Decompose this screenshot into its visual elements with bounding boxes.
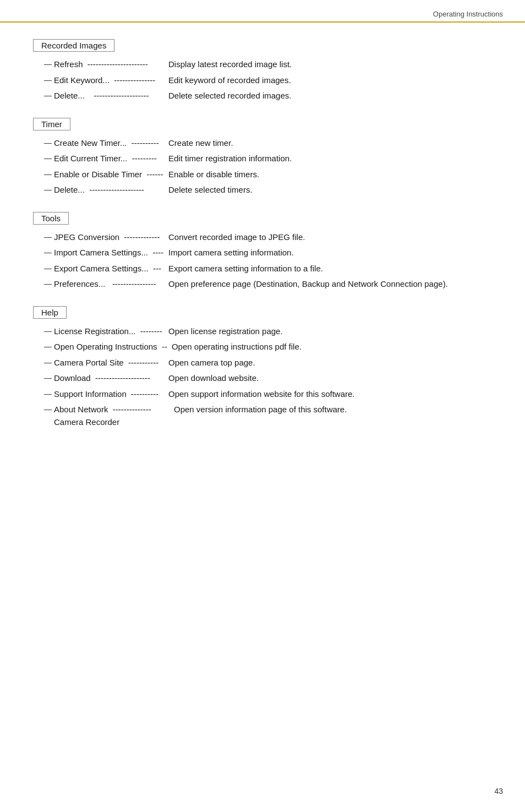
menu-name-preferences: Preferences... ---------------- <box>54 278 164 291</box>
menu-name-create-timer: Create New Timer... ---------- <box>54 137 164 150</box>
menu-item-import: — Import Camera Settings... ---- Import … <box>44 247 492 259</box>
menu-item-enable-timer: — Enable or Disable Timer ------ Enable … <box>44 168 492 181</box>
tree-icon-delete-images: — <box>44 90 52 101</box>
menu-name-edit-keyword: Edit Keyword... --------------- <box>54 74 164 87</box>
section-recorded-images: Recorded Images — Refresh --------------… <box>33 39 492 102</box>
menu-desc-edit-keyword: Edit keyword of recorded images. <box>164 74 492 87</box>
menu-name-download: Download -------------------- <box>54 372 164 385</box>
menu-name-jpeg: JPEG Conversion ------------- <box>54 231 164 244</box>
menu-name-refresh: Refresh ---------------------- <box>54 58 164 71</box>
tree-icon-edit-keyword: — <box>44 75 52 86</box>
header-title: Operating Instructions <box>433 10 503 18</box>
tree-icon-import: — <box>44 247 52 258</box>
tree-icon-edit-timer: — <box>44 153 52 164</box>
menu-name-camera-portal: Camera Portal Site ----------- <box>54 357 164 369</box>
menu-name-about-line2: Camera Recorder <box>54 416 169 429</box>
menu-item-about: — About Network -------------- Camera Re… <box>44 404 492 428</box>
section-title-timer: Timer <box>33 118 70 130</box>
tree-icon-preferences: — <box>44 279 52 290</box>
menu-desc-create-timer: Create new timer. <box>164 137 492 150</box>
menu-item-download: — Download -------------------- Open dow… <box>44 372 492 385</box>
tree-icon-open-instructions: — <box>44 341 52 352</box>
tree-icon-camera-portal: — <box>44 357 52 368</box>
tree-icon-export: — <box>44 263 52 274</box>
menu-desc-preferences: Open preference page (Destination, Backu… <box>164 278 492 291</box>
menu-name-edit-timer: Edit Current Timer... --------- <box>54 152 164 165</box>
menu-item-delete-timer: — Delete... -------------------- Delete … <box>44 184 492 197</box>
menu-item-support: — Support Information ---------- Open su… <box>44 388 492 401</box>
section-tools: Tools — JPEG Conversion ------------- Co… <box>33 212 492 291</box>
menu-items-timer: — Create New Timer... ---------- Create … <box>44 137 492 197</box>
menu-name-export: Export Camera Settings... --- <box>54 263 164 275</box>
menu-desc-open-instructions: Open operating instructions pdf file. <box>167 341 492 353</box>
tree-icon-jpeg: — <box>44 232 52 243</box>
menu-name-about-line1: About Network -------------- <box>54 404 169 416</box>
section-timer: Timer — Create New Timer... ---------- C… <box>33 118 492 197</box>
menu-desc-export: Export camera setting information to a f… <box>164 263 492 275</box>
page-header: Operating Instructions <box>0 0 525 23</box>
menu-name-import: Import Camera Settings... ---- <box>54 247 164 259</box>
menu-item-create-timer: — Create New Timer... ---------- Create … <box>44 137 492 150</box>
section-title-tools: Tools <box>33 212 69 225</box>
menu-desc-delete-timer: Delete selected timers. <box>164 184 492 197</box>
menu-desc-license: Open license registration page. <box>164 325 492 338</box>
section-help: Help — License Registration... -------- … <box>33 306 492 429</box>
menu-desc-edit-timer: Edit timer registration information. <box>164 152 492 165</box>
tree-icon-refresh: — <box>44 59 52 70</box>
tree-icon-support: — <box>44 389 52 400</box>
tree-icon-download: — <box>44 373 52 384</box>
menu-name-enable-timer: Enable or Disable Timer ------ <box>54 168 164 181</box>
tree-icon-license: — <box>44 326 52 337</box>
page-number: 43 <box>494 787 503 795</box>
menu-name-license: License Registration... -------- <box>54 325 164 338</box>
menu-desc-refresh: Display latest recorded image list. <box>164 58 492 71</box>
menu-desc-download: Open download website. <box>164 372 492 385</box>
menu-item-refresh: — Refresh ---------------------- Display… <box>44 58 492 71</box>
section-title-recorded-images: Recorded Images <box>33 39 114 52</box>
tree-icon-delete-timer: — <box>44 184 52 195</box>
menu-item-camera-portal: — Camera Portal Site ----------- Open ca… <box>44 357 492 369</box>
menu-desc-import: Import camera setting information. <box>164 247 492 259</box>
menu-desc-delete-images: Delete selected recorded images. <box>164 90 492 102</box>
menu-item-license: — License Registration... -------- Open … <box>44 325 492 338</box>
tree-icon-about: — <box>44 404 52 415</box>
menu-desc-enable-timer: Enable or disable timers. <box>164 168 492 181</box>
menu-item-open-instructions: — Open Operating Instructions -- Open op… <box>44 341 492 353</box>
menu-item-edit-timer: — Edit Current Timer... --------- Edit t… <box>44 152 492 165</box>
menu-item-edit-keyword: — Edit Keyword... --------------- Edit k… <box>44 74 492 87</box>
menu-name-open-instructions: Open Operating Instructions -- <box>54 341 167 353</box>
menu-desc-support: Open support information website for thi… <box>164 388 492 401</box>
tree-icon-create-timer: — <box>44 138 52 149</box>
menu-items-help: — License Registration... -------- Open … <box>44 325 492 429</box>
menu-item-export: — Export Camera Settings... --- Export c… <box>44 263 492 275</box>
menu-items-tools: — JPEG Conversion ------------- Convert … <box>44 231 492 291</box>
menu-item-jpeg: — JPEG Conversion ------------- Convert … <box>44 231 492 244</box>
menu-items-recorded-images: — Refresh ---------------------- Display… <box>44 58 492 102</box>
menu-name-support: Support Information ---------- <box>54 388 164 401</box>
menu-item-delete-images: — Delete... -------------------- Delete … <box>44 90 492 102</box>
menu-name-delete-timer: Delete... -------------------- <box>54 184 164 197</box>
menu-item-preferences: — Preferences... ---------------- Open p… <box>44 278 492 291</box>
section-title-help: Help <box>33 306 67 319</box>
menu-desc-about: Open version information page of this so… <box>169 404 492 416</box>
menu-desc-camera-portal: Open camera top page. <box>164 357 492 369</box>
tree-icon-enable-timer: — <box>44 169 52 180</box>
menu-name-delete-images: Delete... -------------------- <box>54 90 164 102</box>
menu-desc-jpeg: Convert recorded image to JPEG file. <box>164 231 492 244</box>
